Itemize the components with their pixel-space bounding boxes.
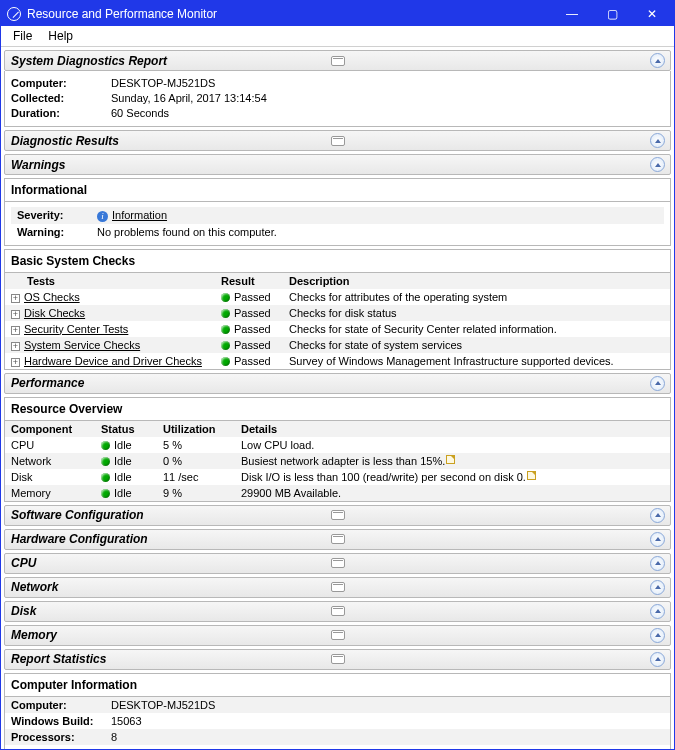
ci-value: 4008 MHz — [105, 745, 670, 750]
subsection-basic-checks: Basic System Checks — [4, 249, 671, 273]
section-report-statistics[interactable]: Report Statistics — [4, 649, 671, 670]
collapse-icon[interactable] — [650, 628, 665, 643]
content-scroll[interactable]: System Diagnostics Report Computer:DESKT… — [1, 47, 674, 750]
section-hardware-configuration[interactable]: Hardware Configuration — [4, 529, 671, 550]
sdr-panel: Computer:DESKTOP-MJ521DS Collected:Sunda… — [4, 71, 671, 127]
status-dot-icon — [221, 325, 230, 334]
menu-file[interactable]: File — [5, 27, 40, 45]
titlebar: Resource and Performance Monitor — ▢ ✕ — [1, 1, 674, 26]
section-title: Network — [11, 580, 58, 594]
table-row: MemoryIdle9 %29900 MB Available. — [5, 485, 670, 501]
table-row: Processors:8 — [5, 729, 670, 745]
external-link-icon[interactable] — [527, 471, 536, 480]
collapse-icon[interactable] — [650, 508, 665, 523]
component-value: Network — [5, 453, 95, 469]
expand-icon[interactable]: + — [11, 342, 20, 351]
test-name[interactable]: Security Center Tests — [24, 323, 128, 335]
value-collected: Sunday, 16 April, 2017 13:14:54 — [111, 91, 267, 106]
collapse-icon[interactable] — [650, 133, 665, 148]
component-value: Disk — [5, 469, 95, 485]
section-title: Report Statistics — [11, 652, 106, 666]
collapse-icon[interactable] — [650, 604, 665, 619]
report-icon — [331, 558, 345, 568]
ci-key: Computer: — [5, 697, 105, 713]
th-utilization: Utilization — [157, 421, 235, 437]
report-icon — [331, 56, 345, 66]
section-title: CPU — [11, 556, 36, 570]
description-value: Checks for attributes of the operating s… — [283, 289, 670, 305]
collapse-icon[interactable] — [650, 532, 665, 547]
minimize-button[interactable]: — — [552, 1, 592, 26]
section-memory[interactable]: Memory — [4, 625, 671, 646]
table-row: +System Service ChecksPassedChecks for s… — [5, 337, 670, 353]
maximize-button[interactable]: ▢ — [592, 1, 632, 26]
th-status: Status — [95, 421, 157, 437]
subsection-informational: Informational — [4, 178, 671, 202]
expand-icon[interactable]: + — [11, 310, 20, 319]
value-severity[interactable]: Information — [112, 209, 167, 221]
info-icon: i — [97, 211, 108, 222]
ci-value: 15063 — [105, 713, 670, 729]
external-link-icon[interactable] — [446, 455, 455, 464]
collapse-icon[interactable] — [650, 53, 665, 68]
collapse-icon[interactable] — [650, 580, 665, 595]
status-value: Idle — [114, 439, 132, 451]
ci-key: Windows Build: — [5, 713, 105, 729]
section-disk[interactable]: Disk — [4, 601, 671, 622]
description-value: Checks for state of Security Center rela… — [283, 321, 670, 337]
status-value: Idle — [114, 471, 132, 483]
test-name[interactable]: System Service Checks — [24, 339, 140, 351]
expand-icon[interactable]: + — [11, 326, 20, 335]
expand-icon[interactable]: + — [11, 358, 20, 367]
status-dot-icon — [221, 341, 230, 350]
section-software-configuration[interactable]: Software Configuration — [4, 505, 671, 526]
table-row: +Disk ChecksPassedChecks for disk status — [5, 305, 670, 321]
label-computer: Computer: — [11, 76, 111, 91]
section-title: Memory — [11, 628, 57, 642]
test-name[interactable]: OS Checks — [24, 291, 80, 303]
collapse-icon[interactable] — [650, 652, 665, 667]
table-row: +Security Center TestsPassedChecks for s… — [5, 321, 670, 337]
test-name[interactable]: Disk Checks — [24, 307, 85, 319]
collapse-icon[interactable] — [650, 376, 665, 391]
status-dot-icon — [101, 473, 110, 482]
ci-key: Processor Speed: — [5, 745, 105, 750]
description-value: Checks for state of system services — [283, 337, 670, 353]
close-button[interactable]: ✕ — [632, 1, 672, 26]
label-collected: Collected: — [11, 91, 111, 106]
subsection-resource-overview: Resource Overview — [4, 397, 671, 421]
utilization-value: 5 % — [157, 437, 235, 453]
table-row: CPUIdle5 %Low CPU load. — [5, 437, 670, 453]
component-value: CPU — [5, 437, 95, 453]
section-system-diagnostics[interactable]: System Diagnostics Report — [4, 50, 671, 71]
section-network[interactable]: Network — [4, 577, 671, 598]
status-dot-icon — [101, 457, 110, 466]
ci-value: 8 — [105, 729, 670, 745]
section-diagnostic-results[interactable]: Diagnostic Results — [4, 130, 671, 151]
collapse-icon[interactable] — [650, 556, 665, 571]
collapse-icon[interactable] — [650, 157, 665, 172]
result-value: Passed — [234, 323, 271, 335]
report-icon — [331, 654, 345, 664]
report-icon — [331, 136, 345, 146]
label-duration: Duration: — [11, 106, 111, 121]
menu-help[interactable]: Help — [40, 27, 81, 45]
status-dot-icon — [221, 357, 230, 366]
table-row: DiskIdle11 /secDisk I/O is less than 100… — [5, 469, 670, 485]
th-tests: Tests — [5, 273, 215, 289]
resource-overview-panel: ComponentStatusUtilizationDetails CPUIdl… — [4, 421, 671, 502]
details-value: 29900 MB Available. — [241, 487, 341, 499]
computer-info-panel: Computer:DESKTOP-MJ521DSWindows Build:15… — [4, 697, 671, 750]
details-value: Low CPU load. — [241, 439, 314, 451]
test-name[interactable]: Hardware Device and Driver Checks — [24, 355, 202, 367]
expand-icon[interactable]: + — [11, 294, 20, 303]
report-icon — [331, 582, 345, 592]
table-row: +OS ChecksPassedChecks for attributes of… — [5, 289, 670, 305]
subsection-computer-information: Computer Information — [4, 673, 671, 697]
section-warnings[interactable]: Warnings — [4, 154, 671, 175]
basic-checks-panel: TestsResultDescription +OS ChecksPassedC… — [4, 273, 671, 370]
description-value: Checks for disk status — [283, 305, 670, 321]
section-performance[interactable]: Performance — [4, 373, 671, 394]
section-cpu[interactable]: CPU — [4, 553, 671, 574]
section-title: Performance — [11, 376, 84, 390]
